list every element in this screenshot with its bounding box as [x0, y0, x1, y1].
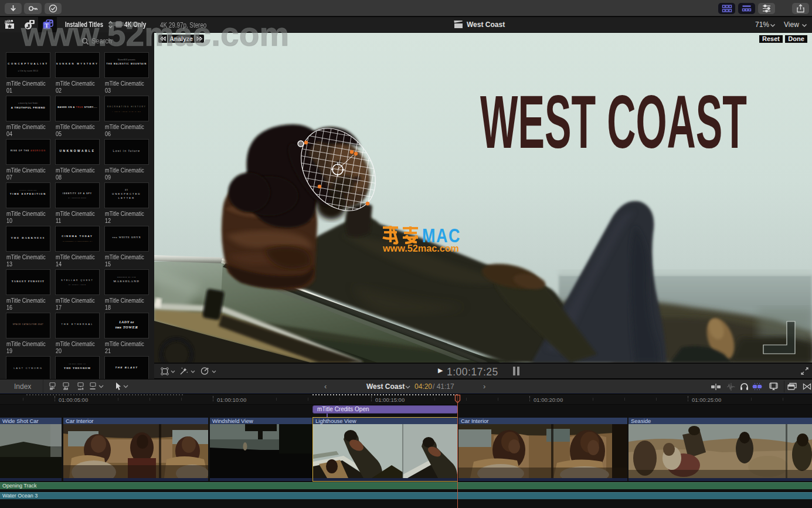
svg-text:THE DARKNESS: THE DARKNESS [11, 236, 45, 239]
svg-text:BASED ON A TRUE STORY....: BASED ON A TRUE STORY.... [57, 106, 97, 109]
svg-text:THE BLAST: THE BLAST [115, 366, 138, 369]
svg-text:THE THEOREM: THE THEOREM [64, 367, 91, 370]
svg-text:SPACE CATACLYSM 2047: SPACE CATACLYSM 2047 [13, 323, 44, 326]
svg-text:SECRETS OF THE: SECRETS OF THE [117, 276, 136, 278]
svg-text:TO OUR HOME ALL: TO OUR HOME ALL [69, 363, 86, 365]
svg-text:THE MAJESTIC MOUNTAIN: THE MAJESTIC MOUNTAIN [106, 63, 147, 65]
svg-text:Lost in future: Lost in future [113, 149, 141, 153]
svg-text:RISE OF THE ANDROIDS: RISE OF THE ANDROIDS [11, 150, 46, 152]
svg-text:‧‧‧‧‧: ‧‧‧‧‧ [26, 363, 30, 364]
svg-text:a film by naomi WILD: a film by naomi WILD [18, 70, 39, 72]
svg-text:CONCEPTUALIST: CONCEPTUALIST [8, 62, 48, 65]
svg-text:WarnerBOX presents: WarnerBOX presents [118, 59, 135, 61]
svg-text:TIME EXPEDITION: TIME EXPEDITION [10, 192, 46, 195]
svg-text:ᴛʜᴇ WHITE ONYX: ᴛʜᴇ WHITE ONYX [112, 236, 141, 239]
svg-text:UNKNOWABLE: UNKNOWABLE [60, 150, 96, 153]
svg-text:UNEXPECTED: UNEXPECTED [112, 192, 141, 195]
svg-text:ᴛʜᴇ TOWER: ᴛʜᴇ TOWER [115, 325, 138, 329]
svg-text:LAST CYBORG: LAST CYBORG [13, 367, 43, 370]
svg-text:TARGET PURSUIT: TARGET PURSUIT [12, 280, 45, 283]
svg-text:AN: AN [125, 189, 128, 191]
svg-text:MARSHLAND: MARSHLAND [114, 280, 140, 283]
svg-text:CINEMA TODAY: CINEMA TODAY [62, 235, 93, 238]
svg-text:THE ETHEREAL: THE ETHEREAL [61, 323, 93, 326]
svg-text:A TRUTHFUL FRIEND: A TRUTHFUL FRIEND [11, 106, 46, 109]
svg-text:a film by Andrew Hale: a film by Andrew Hale [19, 189, 37, 191]
svg-text:WEST COAST: WEST COAST [480, 80, 747, 164]
svg-text:BY GEORGE BOND: BY GEORGE BOND [68, 197, 86, 198]
svg-text:LADY ᴏғ: LADY ᴏғ [118, 320, 134, 324]
svg-text:SUNKEN MYSTERY: SUNKEN MYSTERY [56, 62, 99, 65]
svg-text:a movie by Jack Snider: a movie by Jack Snider [18, 102, 38, 104]
svg-text:BY STELLA COLE: BY STELLA COLE [69, 284, 86, 285]
svg-text:IDENTITY OF A SPY: IDENTITY OF A SPY [63, 192, 92, 195]
svg-text:A TRIP INTO THE PAST: A TRIP INTO THE PAST [112, 111, 141, 113]
svg-text:RECREATING HISTORY: RECREATING HISTORY [107, 106, 147, 108]
svg-text:www.52mac.com: www.52mac.com [382, 243, 459, 253]
svg-text:AN ESSENTIAL DOCUMENTARY: AN ESSENTIAL DOCUMENTARY [62, 241, 93, 242]
svg-text:STELLAR QUEST: STELLAR QUEST [61, 279, 93, 282]
svg-text:LETTER: LETTER [118, 197, 135, 199]
